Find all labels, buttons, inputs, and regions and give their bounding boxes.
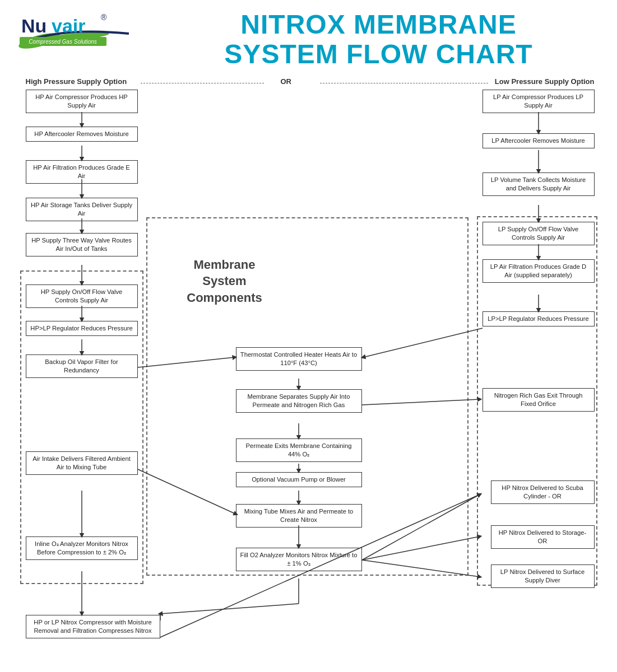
right-dash-line [320,83,488,83]
box-lp-lp-reg: LP>LP Regulator Reduces Pressure [483,311,595,326]
box-hp-compressor: HP Air Compressor Produces HP Supply Air [26,90,138,113]
box-optional-vacuum: Optional Vacuum Pump or Blower [236,472,362,487]
low-pressure-label: Low Pressure Supply Option [495,77,595,86]
header: Nu vair ® Compressed Gas Solutions Compr… [17,10,600,69]
box-lp-aftercooler: LP Aftercooler Removes Moisture [483,133,595,148]
nuvair-logo: Nu vair ® Compressed Gas Solutions Compr… [17,10,134,49]
box-hp-aftercooler: HP Aftercooler Removes Moisture [26,127,138,142]
box-nitrox-compressor: HP or LP Nitrox Compressor with Moisture… [26,615,160,638]
box-inline-o2: Inline O₂ Analyzer Monitors Nitrox Befor… [26,536,138,560]
left-dash-line [141,83,264,83]
box-hp-nitrox-scuba: HP Nitrox Delivered to Scuba Cylinder - … [491,480,595,504]
logo-area: Nu vair ® Compressed Gas Solutions Compr… [17,10,134,49]
svg-line-32 [160,604,299,614]
box-lp-volume-tank: LP Volume Tank Collects Moisture and Del… [483,172,595,196]
box-lp-filtration: LP Air Filtration Produces Grade D Air (… [483,259,595,283]
box-hp-filtration: HP Air Filtration Produces Grade E Air [26,160,138,184]
box-nitrogen-rich: Nitrogen Rich Gas Exit Through Fixed Ori… [483,388,595,412]
box-hp-threeway: HP Supply Three Way Valve Routes Air In/… [26,233,138,256]
box-hp-storage: HP Air Storage Tanks Deliver Supply Air [26,198,138,221]
box-backup-oil-filter: Backup Oil Vapor Filter for Redundancy [26,354,138,378]
box-hp-lp-reg: HP>LP Regulator Reduces Pressure [26,321,138,336]
flowchart: High Pressure Supply Option OR Low Press… [17,77,600,671]
box-lp-nitrox-surface: LP Nitrox Delivered to Surface Supply Di… [491,564,595,588]
box-air-intake: Air Intake Delivers Filtered Ambient Air… [26,451,138,475]
box-membrane-separates: Membrane Separates Supply Air Into Perme… [236,389,362,413]
box-hp-nitrox-storage: HP Nitrox Delivered to Storage-OR [491,525,595,549]
box-permeate-exits: Permeate Exits Membrane Containing 44% O… [236,438,362,462]
svg-text:vair: vair [52,15,86,36]
main-title: NITROX MEMBRANE SYSTEM FLOW CHART [157,10,600,69]
box-thermostat-heater: Thermostat Controlled Heater Heats Air t… [236,347,362,371]
high-pressure-label: High Pressure Supply Option [26,77,127,86]
title-area: NITROX MEMBRANE SYSTEM FLOW CHART [134,10,600,69]
svg-text:Nu: Nu [21,15,47,36]
box-fill-o2: Fill O2 Analyzer Monitors Nitrox Mixture… [236,548,362,571]
or-label: OR [281,77,292,86]
svg-text:Compressed Gas Solutions: Compressed Gas Solutions [29,39,97,45]
box-mixing-tube: Mixing Tube Mixes Air and Permeate to Cr… [236,504,362,528]
box-lp-onoff: LP Supply On/Off Flow Valve Controls Sup… [483,222,595,245]
page-wrapper: Nu vair ® Compressed Gas Solutions Compr… [0,0,617,672]
box-hp-onoff: HP Supply On/Off Flow Valve Controls Sup… [26,284,138,308]
box-lp-compressor: LP Air Compressor Produces LP Supply Air [483,90,595,113]
svg-text:®: ® [101,13,107,22]
